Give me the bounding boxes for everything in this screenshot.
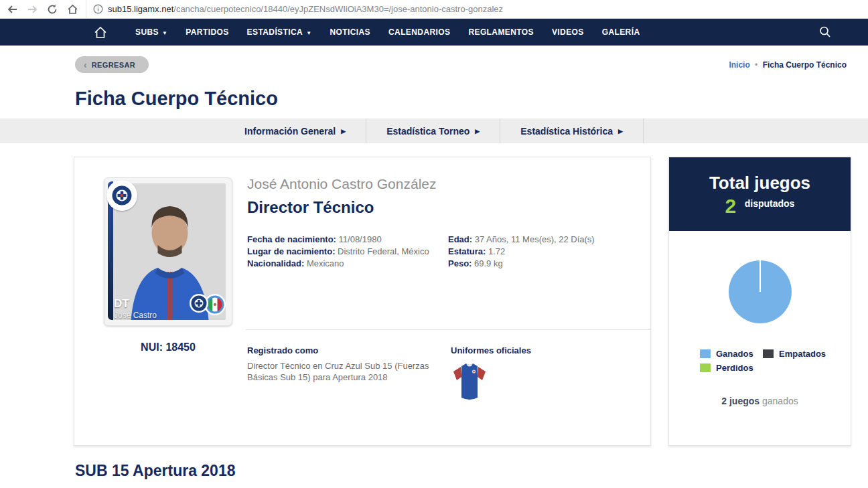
browser-forward-icon[interactable]	[25, 3, 39, 16]
person-name: José Antonio Castro González	[247, 176, 638, 192]
person-role: Director Técnico	[247, 198, 638, 217]
registered-as-text: Director Técnico en Cruz Azul Sub 15 (Fu…	[247, 360, 445, 383]
breadcrumb-home-link[interactable]: Inicio	[729, 60, 749, 70]
page-title: Ficha Cuerpo Técnico	[75, 88, 868, 110]
nav-item-galeria[interactable]: GALERÍA	[602, 27, 640, 37]
registered-as-section: Registrado como Director Técnico en Cruz…	[247, 345, 445, 383]
tab-informacion-general[interactable]: Información General▶	[224, 118, 366, 143]
legend-swatch-empatados	[763, 349, 774, 358]
section-heading: SUB 15 Apertura 2018	[75, 462, 868, 480]
browser-chrome: sub15.ligamx.net/cancha/cuerpotecnico/18…	[0, 0, 868, 19]
club-mini-badge-icon	[189, 293, 209, 316]
back-button[interactable]: ‹ REGRESAR	[75, 56, 149, 73]
stats-title: Total juegos	[669, 157, 851, 193]
browser-refresh-icon[interactable]	[46, 3, 59, 16]
breadcrumb-separator: •	[755, 60, 757, 70]
nav-item-subs[interactable]: SUBS▼	[135, 27, 167, 37]
legend-swatch-ganados	[700, 349, 711, 358]
breadcrumb: Inicio • Ficha Cuerpo Técnico	[729, 60, 847, 70]
url-text: sub15.ligamx.net/cancha/cuerpotecnico/18…	[108, 4, 503, 14]
nav-item-calendarios[interactable]: CALENDARIOS	[388, 27, 450, 37]
caret-down-icon: ▼	[162, 30, 167, 36]
card-divider	[246, 329, 650, 330]
games-summary: 2 juegos ganados	[669, 396, 851, 406]
nav-item-reglamentos[interactable]: REGLAMENTOS	[468, 27, 534, 37]
tab-estadistica-historica[interactable]: Estadística Histórica▶	[500, 118, 644, 143]
detail-nacionalidad: Nacionalidad: Mexicano	[247, 258, 448, 270]
arrow-right-icon: ▶	[341, 128, 346, 135]
nav-item-videos[interactable]: VIDEOS	[552, 27, 584, 37]
nav-item-partidos[interactable]: PARTIDOS	[186, 27, 228, 37]
club-badge-icon	[106, 180, 137, 211]
detail-fecha-nacimiento: Fecha de nacimiento: 11/08/1980	[247, 234, 448, 246]
player-photo-card: DT José Castro	[104, 177, 232, 326]
chevron-left-icon: ‹	[84, 60, 87, 70]
legend-item-perdidos: Perdidos	[700, 363, 763, 373]
arrow-right-icon: ▶	[475, 128, 480, 135]
tab-strip: Información General▶ Estadística Torneo▶…	[0, 118, 868, 143]
detail-estatura: Estatura: 1.72	[448, 246, 595, 258]
browser-home-icon[interactable]	[66, 3, 79, 16]
arrow-right-icon: ▶	[618, 128, 623, 135]
browser-back-icon[interactable]	[5, 3, 19, 16]
uniforms-section: Uniformes oficiales	[451, 345, 531, 404]
photo-caption: José Castro	[114, 311, 157, 320]
nav-item-noticias[interactable]: NOTICIAS	[330, 27, 370, 37]
dt-label: DT	[114, 298, 157, 311]
tab-estadistica-torneo[interactable]: Estadística Torneo▶	[366, 118, 500, 143]
detail-edad: Edad: 37 Años, 11 Mes(es), 22 Día(s)	[448, 234, 595, 246]
games-count-label: disputados	[745, 198, 795, 209]
detail-lugar-nacimiento: Lugar de nacimiento: Distrito Federal, M…	[247, 246, 448, 258]
search-icon[interactable]	[818, 25, 832, 39]
nui-number: NUI: 18450	[101, 341, 235, 353]
nav-home-icon[interactable]	[94, 26, 107, 39]
detail-peso: Peso: 69.9 kg	[448, 258, 595, 270]
main-navigation: SUBS▼ PARTIDOS ESTADÍSTICA▼ NOTICIAS CAL…	[0, 19, 868, 46]
pie-legend: Ganados Empatados Perdidos	[700, 349, 851, 373]
url-bar[interactable]: sub15.ligamx.net/cancha/cuerpotecnico/18…	[86, 0, 868, 18]
games-pie-chart	[729, 260, 792, 323]
stats-panel: Total juegos 2 disputados Ganados Empata…	[668, 157, 851, 446]
pie-slice-divider	[760, 260, 761, 292]
page-info-icon[interactable]	[93, 4, 103, 14]
profile-card: DT José Castro	[74, 157, 651, 446]
legend-swatch-perdidos	[700, 363, 711, 372]
caret-down-icon: ▼	[306, 30, 311, 36]
nav-item-estadistica[interactable]: ESTADÍSTICA▼	[247, 27, 312, 37]
legend-item-empatados: Empatados	[763, 349, 851, 359]
games-count: 2	[725, 195, 737, 217]
jersey-icon	[451, 361, 531, 404]
breadcrumb-current: Ficha Cuerpo Técnico	[763, 60, 847, 70]
legend-item-ganados: Ganados	[700, 349, 763, 359]
registered-as-heading: Registrado como	[247, 345, 445, 355]
stats-panel-header: Total juegos 2 disputados	[669, 157, 851, 231]
uniforms-heading: Uniformes oficiales	[451, 345, 531, 355]
